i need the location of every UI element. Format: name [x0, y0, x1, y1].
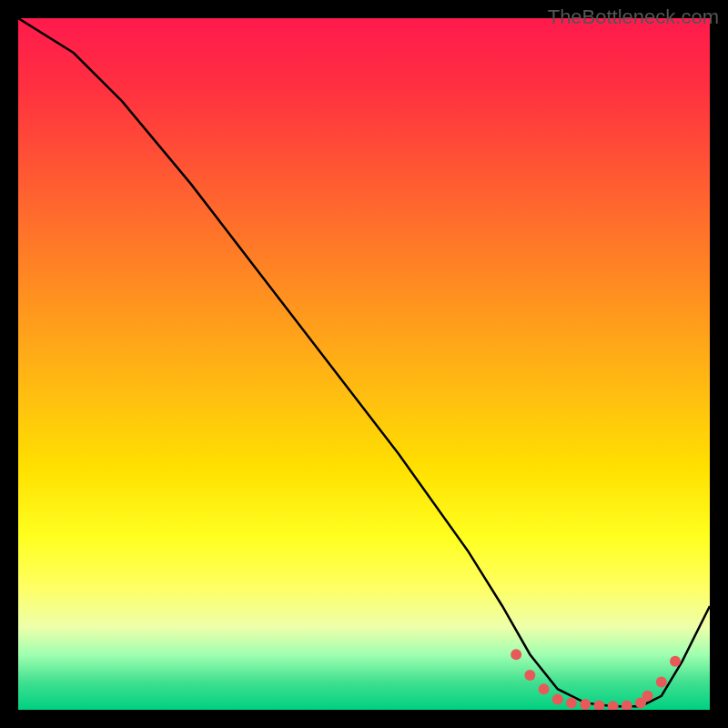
plot-area	[18, 18, 710, 710]
data-marker	[524, 670, 535, 681]
data-marker	[593, 700, 604, 710]
data-marker	[539, 683, 550, 694]
data-marker	[511, 649, 521, 660]
bottleneck-curve	[18, 18, 710, 710]
chart-container: TheBottleneck.com	[0, 0, 728, 728]
curve-line	[18, 18, 710, 706]
data-marker	[566, 697, 577, 708]
data-marker	[642, 691, 653, 702]
data-marker	[608, 701, 619, 710]
watermark-text: TheBottleneck.com	[548, 5, 719, 29]
data-marker	[622, 700, 632, 710]
curve-markers	[511, 649, 681, 710]
data-marker	[580, 699, 591, 710]
data-marker	[670, 656, 681, 667]
data-marker	[656, 677, 667, 688]
data-marker	[552, 694, 563, 705]
